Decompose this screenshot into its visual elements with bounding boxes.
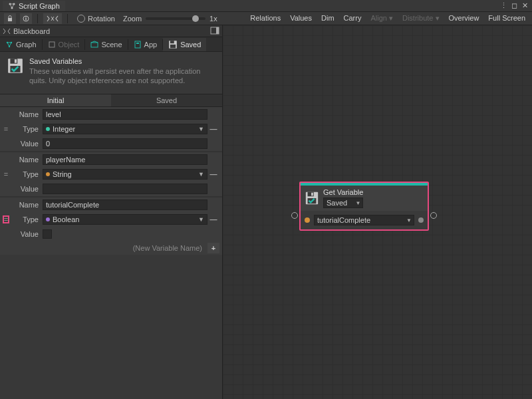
svg-rect-5 [25,18,26,21]
get-variable-node[interactable]: Get Variable Saved tutorialComplete [299,182,429,231]
info-icon[interactable] [20,13,32,24]
scope-tab-object: Object [43,39,85,51]
window-menu-icon[interactable]: ⋮ [499,1,508,10]
node-variable-dropdown[interactable]: tutorialComplete [314,215,414,225]
blackboard-icon [3,27,11,35]
variable-value-field[interactable]: 0 [43,138,207,149]
zoom-slider[interactable] [146,17,205,20]
variable-name-field[interactable]: level [43,109,207,120]
scope-tab-graph[interactable]: Graph [0,39,42,51]
scope-tab-saved[interactable]: Saved [163,38,206,51]
window-close-icon[interactable]: ✕ [520,1,529,10]
new-variable-placeholder: (New Variable Name) [3,244,205,252]
svg-rect-12 [49,42,55,47]
field-label: Type [9,170,43,178]
field-label: Value [9,185,43,193]
toolbar-dim-button[interactable]: Dim [317,13,338,24]
rotation-control[interactable]: Rotation [73,15,119,23]
field-label: Type [9,215,43,223]
remove-button[interactable]: — [207,170,219,178]
variable-value-field[interactable] [43,184,207,194]
window-undock-icon[interactable]: ◻ [509,1,519,10]
svg-rect-18 [170,45,176,48]
toolbar-relations-button[interactable]: Relations [246,13,285,24]
svg-rect-21 [15,59,17,63]
field-label: Name [9,156,43,164]
toolbar-full-screen-button[interactable]: Full Screen [484,13,529,24]
variable-name-field[interactable]: tutorialComplete [43,200,207,210]
scope-tab-app[interactable]: App [128,39,163,51]
svg-rect-8 [216,27,219,34]
svg-rect-25 [311,193,313,196]
variable-type-dropdown[interactable]: Boolean▼ [43,214,207,225]
field-label: Name [9,201,43,209]
toolbar-carry-button[interactable]: Carry [340,13,366,24]
panel-collapse-icon[interactable] [210,27,219,36]
window-tab[interactable]: Script Graph [3,1,65,11]
remove-button[interactable]: — [207,215,219,223]
scope-tab-scene[interactable]: Scene [85,39,127,51]
panel-description: These variables will persist even after … [29,66,215,86]
svg-rect-17 [170,41,174,43]
blackboard-title: Blackboard [13,27,50,35]
rotation-knob[interactable] [77,15,85,23]
drag-handle[interactable]: = [3,125,9,133]
field-label: Type [9,125,43,133]
lock-icon[interactable] [4,13,16,24]
node-output-port[interactable] [430,212,437,219]
field-label: Value [9,140,43,148]
svg-rect-14 [135,41,140,48]
zoom-control[interactable]: Zoom 1x [123,15,217,23]
variable-name-field[interactable]: playerName [43,154,207,165]
toolbar-values-button[interactable]: Values [286,13,316,24]
svg-rect-3 [8,18,12,21]
svg-point-6 [25,16,27,17]
svg-rect-13 [91,43,98,47]
variable-type-dropdown[interactable]: Integer▼ [43,124,207,134]
rotation-label: Rotation [88,15,115,23]
toolbar-distribute-button: Distribute ▾ [398,13,444,24]
subtab-saved[interactable]: Saved [111,94,222,106]
save-icon [7,57,24,74]
toolbar-overview-button[interactable]: Overview [445,13,483,24]
variable-value-checkbox[interactable] [43,229,52,239]
zoom-label: Zoom [123,15,142,23]
port-dot-icon [418,217,424,223]
variable-type-dropdown[interactable]: String▼ [43,169,207,180]
graph-canvas[interactable]: Get Variable Saved tutorialComplete [223,25,532,399]
node-input-port[interactable] [291,212,298,219]
svg-rect-15 [136,43,139,44]
field-label: Value [9,230,43,238]
drag-handle[interactable]: = [3,215,9,223]
add-variable-button[interactable]: + [207,243,219,253]
toolbar-align-button: Align ▾ [366,13,397,24]
zoom-value: 1x [209,15,217,23]
node-title: Get Variable [323,188,363,196]
drag-handle[interactable]: = [3,170,9,178]
field-label: Name [9,110,43,118]
variables-icon[interactable] [43,13,62,24]
node-scope-dropdown[interactable]: Saved [323,198,363,208]
remove-button[interactable]: — [207,125,219,133]
subtab-initial[interactable]: Initial [0,94,111,106]
graph-icon [8,2,16,10]
panel-title: Saved Variables [29,57,215,65]
port-dot-icon [305,217,310,223]
save-icon [305,191,319,205]
window-title: Script Graph [19,2,60,10]
